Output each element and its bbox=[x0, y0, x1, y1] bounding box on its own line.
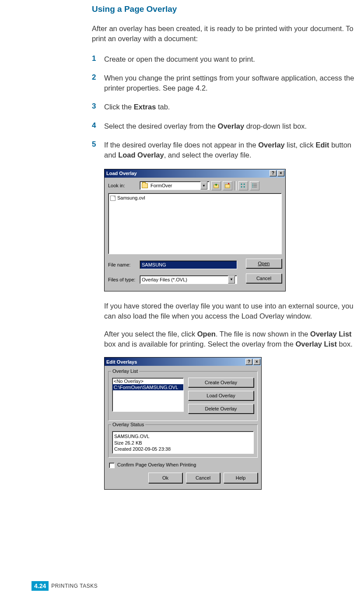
details-icon bbox=[252, 182, 258, 189]
step-5: 5 If the desired overlay file does not a… bbox=[92, 140, 363, 160]
status-line: Size 26.2 KB bbox=[114, 440, 252, 446]
bold-text: Overlay bbox=[258, 141, 285, 149]
step-number: 4 bbox=[92, 121, 104, 131]
bold-text: Open bbox=[197, 330, 216, 338]
text-fragment: list, click bbox=[285, 141, 316, 149]
step-text: When you change the print settings from … bbox=[104, 73, 363, 93]
svg-rect-8 bbox=[252, 185, 253, 186]
text-fragment: , and select the overlay file. bbox=[164, 151, 252, 159]
help-button[interactable]: ? bbox=[270, 170, 276, 176]
step-3: 3 Click the Extras tab. bbox=[92, 102, 363, 112]
file-icon bbox=[110, 196, 116, 201]
step-text: If the desired overlay file does not app… bbox=[104, 140, 363, 160]
status-line: SAMSUNG.OVL bbox=[114, 433, 252, 439]
step-4: 4 Select the desired overlay from the Ov… bbox=[92, 121, 363, 131]
files-of-type-label: Files of type: bbox=[108, 277, 140, 282]
details-view-button[interactable] bbox=[250, 181, 259, 190]
help-button[interactable]: Help bbox=[224, 473, 258, 483]
text-fragment: box and is available for printing. Selec… bbox=[104, 340, 295, 348]
step-text: Select the desired overlay from the Over… bbox=[104, 121, 363, 131]
step-2: 2 When you change the print settings fro… bbox=[92, 73, 363, 93]
edit-overlays-dialog: Edit Overlays ? × Overlay List <No Overl… bbox=[104, 357, 262, 490]
text-fragment: Select the desired overlay from the bbox=[104, 122, 218, 130]
file-item[interactable]: Samsung.ovl bbox=[110, 195, 280, 201]
text-fragment: drop-down list box. bbox=[244, 122, 307, 130]
bold-text: Overlay List bbox=[310, 330, 351, 338]
list-item[interactable]: <No Overlay> bbox=[112, 378, 183, 384]
step-number: 1 bbox=[92, 54, 104, 64]
step-1: 1 Create or open the document you want t… bbox=[92, 54, 363, 64]
text-fragment: Click the bbox=[104, 103, 134, 111]
close-button[interactable]: × bbox=[253, 359, 260, 365]
confirm-row: Confirm Page Overlay When Printing bbox=[108, 461, 258, 471]
dialog-titlebar: Edit Overlays ? × bbox=[105, 358, 261, 366]
file-name-input[interactable]: SAMSUNG bbox=[140, 260, 237, 269]
svg-rect-6 bbox=[252, 184, 253, 185]
file-name-value: SAMSUNG bbox=[142, 262, 166, 267]
chevron-down-icon[interactable]: ▼ bbox=[200, 182, 207, 189]
open-button[interactable]: Open bbox=[246, 259, 282, 268]
svg-rect-5 bbox=[244, 186, 245, 188]
step-text: Create or open the document you want to … bbox=[104, 54, 363, 64]
file-listing[interactable]: Samsung.ovl bbox=[108, 193, 282, 254]
sub-paragraph: If you have stored the overlay file you … bbox=[104, 301, 363, 321]
section-heading: Using a Page Overlay bbox=[92, 4, 363, 14]
step-number: 2 bbox=[92, 73, 104, 93]
ok-button[interactable]: Ok bbox=[148, 473, 182, 483]
dialog-title: Edit Overlays bbox=[106, 359, 137, 365]
folder-icon bbox=[142, 183, 148, 188]
bold-text: Overlay List bbox=[295, 340, 336, 348]
status-box: SAMSUNG.OVL Size 26.2 KB Created 2002-09… bbox=[112, 431, 254, 454]
svg-rect-1 bbox=[225, 185, 230, 188]
overlay-list-group: Overlay List <No Overlay> C:\FormOver\SA… bbox=[108, 371, 258, 421]
list-view-button[interactable] bbox=[238, 181, 248, 190]
svg-rect-7 bbox=[253, 184, 257, 185]
cancel-button[interactable]: Cancel bbox=[246, 273, 282, 283]
text-fragment: . The file is now shown in the bbox=[216, 330, 310, 338]
page-footer: 4.24 PRINTING TASKS bbox=[32, 581, 98, 591]
step-number: 5 bbox=[92, 140, 104, 160]
confirm-checkbox[interactable] bbox=[109, 463, 115, 468]
look-in-combo[interactable]: FormOver ▼ bbox=[140, 181, 210, 190]
file-name-label: File name: bbox=[108, 262, 140, 267]
dialog-titlebar: Load Overlay ? × bbox=[105, 169, 285, 178]
delete-overlay-button[interactable]: Delete Overlay bbox=[188, 404, 254, 414]
cancel-button[interactable]: Cancel bbox=[186, 473, 220, 483]
folder-up-icon bbox=[213, 182, 219, 189]
close-button[interactable]: × bbox=[277, 170, 284, 176]
bold-text: Edit bbox=[315, 141, 329, 149]
svg-rect-11 bbox=[253, 187, 257, 188]
list-item-selected[interactable]: C:\FormOver\SAMSUNG.OVL bbox=[112, 384, 183, 390]
list-icon bbox=[240, 182, 246, 189]
text-fragment: If the desired overlay file does not app… bbox=[104, 141, 258, 149]
intro-paragraph: After an overlay has been created, it is… bbox=[92, 24, 363, 44]
chevron-down-icon[interactable]: ▼ bbox=[228, 276, 235, 284]
up-one-level-button[interactable] bbox=[211, 181, 221, 190]
look-in-value: FormOver bbox=[150, 183, 172, 188]
overlay-listbox[interactable]: <No Overlay> C:\FormOver\SAMSUNG.OVL bbox=[112, 378, 184, 412]
files-of-type-value: Overlay Files (*.OVL) bbox=[142, 277, 187, 282]
file-name: Samsung.ovl bbox=[117, 195, 145, 200]
svg-rect-10 bbox=[252, 187, 253, 188]
step-number: 3 bbox=[92, 102, 104, 112]
new-folder-icon bbox=[224, 182, 231, 189]
bold-text: Overlay bbox=[218, 122, 245, 130]
help-button[interactable]: ? bbox=[245, 359, 252, 365]
footer-section-label: PRINTING TASKS bbox=[51, 583, 98, 589]
overlay-status-group: Overlay Status SAMSUNG.OVL Size 26.2 KB … bbox=[108, 424, 258, 458]
svg-rect-4 bbox=[244, 184, 245, 185]
text-fragment: box. bbox=[337, 340, 353, 348]
svg-rect-2 bbox=[241, 184, 242, 185]
text-fragment: tab. bbox=[156, 103, 170, 111]
files-of-type-combo[interactable]: Overlay Files (*.OVL) ▼ bbox=[140, 275, 237, 284]
load-overlay-button[interactable]: Load Overlay bbox=[188, 391, 254, 400]
load-overlay-dialog: Load Overlay ? × Look in: FormOver ▼ bbox=[104, 169, 286, 291]
new-folder-button[interactable] bbox=[223, 181, 232, 190]
svg-rect-3 bbox=[241, 186, 242, 188]
bold-text: Load Overlay bbox=[118, 151, 164, 159]
status-line: Created 2002-09-05 23:38 bbox=[114, 446, 252, 452]
text-fragment: After you select the file, click bbox=[104, 330, 197, 338]
create-overlay-button[interactable]: Create Overlay bbox=[188, 378, 254, 387]
group-label: Overlay Status bbox=[111, 422, 145, 427]
group-label: Overlay List bbox=[111, 368, 139, 374]
